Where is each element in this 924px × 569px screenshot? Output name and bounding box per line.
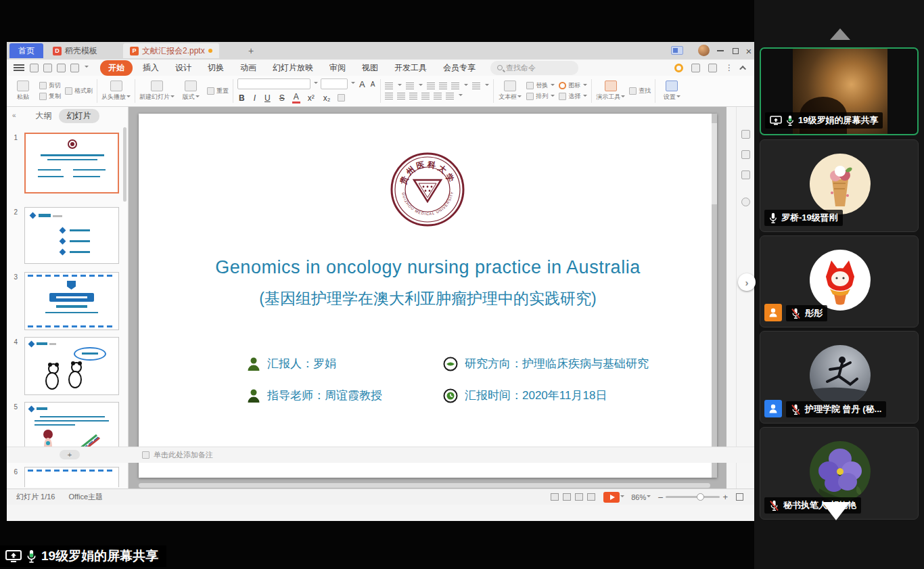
participant-tile-2[interactable]: 罗桥-19级晋刚 bbox=[760, 139, 919, 232]
font-family-input[interactable] bbox=[237, 78, 310, 89]
sorter-view-icon[interactable] bbox=[575, 493, 583, 501]
horizontal-scrollbar[interactable] bbox=[139, 483, 710, 488]
menu-tab-developer[interactable]: 开发工具 bbox=[388, 61, 433, 75]
properties-icon[interactable] bbox=[741, 130, 750, 139]
redo-icon[interactable] bbox=[70, 64, 79, 72]
animation-pane-icon[interactable] bbox=[741, 150, 750, 159]
slide-thumbnail-2[interactable] bbox=[24, 207, 119, 264]
line-spacing-icon[interactable] bbox=[451, 83, 459, 89]
scroll-up-icon[interactable] bbox=[830, 28, 850, 40]
underline-button[interactable]: U bbox=[263, 93, 272, 103]
format-painter-button[interactable]: 格式刷 bbox=[65, 87, 93, 95]
zoom-slider-handle[interactable] bbox=[697, 493, 704, 501]
main-menu-icon[interactable] bbox=[14, 64, 24, 71]
zoom-slider[interactable] bbox=[666, 496, 720, 498]
zoom-caret-icon[interactable] bbox=[647, 495, 651, 499]
collapse-panel-icon[interactable]: « bbox=[12, 112, 19, 118]
slideshow-play-button[interactable] bbox=[603, 492, 620, 503]
selection-pane-icon[interactable] bbox=[741, 170, 750, 179]
slide-thumbnail-3[interactable] bbox=[24, 272, 119, 330]
new-tab-button[interactable]: + bbox=[245, 45, 257, 57]
reading-view-icon[interactable] bbox=[587, 493, 595, 501]
paste-button[interactable]: 粘贴 bbox=[11, 81, 35, 101]
participant-tile-4[interactable]: 护理学院 曾丹 (秘... bbox=[760, 331, 919, 424]
menu-tab-slideshow[interactable]: 幻灯片放映 bbox=[267, 61, 319, 75]
panel-scrollbar[interactable] bbox=[123, 127, 126, 202]
find-button[interactable]: 查找 bbox=[629, 87, 651, 95]
zoom-out-button[interactable]: − bbox=[657, 492, 663, 503]
strike-button[interactable]: S bbox=[278, 93, 286, 103]
align-center-icon[interactable] bbox=[397, 93, 405, 99]
quickbar-caret-icon[interactable] bbox=[85, 66, 89, 70]
tab-outline[interactable]: 大纲 bbox=[36, 110, 52, 122]
tab-slides[interactable]: 幻灯片 bbox=[59, 109, 99, 123]
play-options-caret-icon[interactable] bbox=[620, 495, 624, 499]
bullets-icon[interactable] bbox=[385, 83, 393, 89]
layout-switch-icon[interactable] bbox=[671, 46, 683, 55]
arrange-button[interactable]: 排列 bbox=[526, 92, 555, 101]
settings-button[interactable]: 设置 bbox=[660, 81, 684, 101]
account-avatar[interactable] bbox=[698, 45, 710, 56]
more-menu-icon[interactable]: ⋮ bbox=[725, 63, 733, 72]
menu-tab-animation[interactable]: 动画 bbox=[234, 61, 262, 75]
align-left-icon[interactable] bbox=[385, 93, 393, 99]
print-icon[interactable] bbox=[43, 64, 52, 72]
align-right-icon[interactable] bbox=[409, 93, 417, 99]
distribute-icon[interactable] bbox=[434, 93, 442, 99]
slide-thumbnail-4[interactable] bbox=[24, 337, 119, 395]
menu-tab-member[interactable]: 会员专享 bbox=[437, 61, 482, 75]
textbox-button[interactable]: 文本框 bbox=[498, 81, 522, 101]
columns-icon[interactable] bbox=[446, 93, 454, 99]
add-slide-button[interactable]: + bbox=[60, 450, 80, 459]
subscript-button[interactable]: x₂ bbox=[322, 93, 332, 103]
fullscreen-icon[interactable] bbox=[736, 493, 743, 501]
cut-button[interactable]: 剪切 bbox=[39, 81, 61, 90]
participant-tile-3[interactable]: 彤彤 bbox=[760, 235, 919, 327]
save-icon[interactable] bbox=[30, 64, 39, 72]
menu-tab-transition[interactable]: 切换 bbox=[202, 61, 230, 75]
share-doc-icon[interactable] bbox=[691, 64, 700, 72]
collapse-ribbon-icon[interactable] bbox=[739, 65, 746, 72]
italic-button[interactable]: I bbox=[252, 93, 257, 103]
menu-tab-design[interactable]: 设计 bbox=[169, 61, 198, 75]
present-tools-button[interactable]: 演示工具 bbox=[596, 81, 625, 101]
justify-icon[interactable] bbox=[421, 93, 430, 99]
participant-tile-1[interactable]: 19级罗娟的屏幕共享 bbox=[760, 47, 919, 135]
outline-view-icon[interactable] bbox=[563, 493, 571, 501]
play-from-start-button[interactable]: 从头播放 bbox=[101, 81, 131, 101]
vertical-scrollbar[interactable] bbox=[712, 114, 717, 478]
outdent-icon[interactable] bbox=[427, 83, 435, 89]
current-slide[interactable]: 贵州医科大学 GUIZHOU MEDICAL UNIVERSITY Genomi… bbox=[139, 114, 717, 478]
numbering-icon[interactable] bbox=[406, 83, 414, 89]
tab-home[interactable]: 首页 bbox=[9, 43, 43, 58]
normal-view-icon[interactable] bbox=[551, 493, 559, 501]
tab-template[interactable]: D 稻壳模板 bbox=[46, 43, 104, 58]
shrink-font-button[interactable]: A bbox=[369, 81, 377, 88]
notes-bar[interactable]: 单击此处添加备注 bbox=[142, 450, 213, 460]
scroll-down-icon[interactable] bbox=[822, 502, 850, 520]
zoom-level[interactable]: 86% bbox=[631, 493, 646, 501]
indent-icon[interactable] bbox=[439, 83, 447, 89]
command-search[interactable]: 查找命令 bbox=[490, 61, 578, 75]
tab-document[interactable]: P 文献汇报会2.pptx bbox=[123, 43, 219, 58]
member-center-icon[interactable] bbox=[674, 64, 683, 72]
bold-button[interactable]: B bbox=[237, 93, 246, 103]
replace-button[interactable]: 替换 bbox=[526, 81, 555, 90]
text-direction-icon[interactable] bbox=[472, 83, 480, 89]
zoom-in-button[interactable]: + bbox=[722, 492, 728, 502]
sidebar-collapse-handle[interactable]: › bbox=[738, 273, 756, 291]
font-color-button[interactable]: A bbox=[292, 92, 300, 104]
slide-thumbnail-1[interactable] bbox=[24, 133, 119, 194]
slide-thumbnail-6[interactable] bbox=[24, 467, 119, 487]
menu-tab-home[interactable]: 开始 bbox=[100, 60, 133, 76]
copy-button[interactable]: 复制 bbox=[39, 92, 61, 101]
reset-button[interactable]: 重置 bbox=[207, 87, 229, 95]
slide-layout-button[interactable]: 版式 bbox=[179, 81, 203, 101]
menu-tab-insert[interactable]: 插入 bbox=[137, 61, 165, 75]
grow-font-button[interactable]: A bbox=[358, 79, 367, 89]
menu-tab-view[interactable]: 视图 bbox=[356, 61, 384, 75]
new-slide-button[interactable]: 新建幻灯片 bbox=[139, 81, 175, 101]
highlight-icon[interactable] bbox=[338, 94, 345, 101]
collaborate-icon[interactable] bbox=[708, 64, 717, 72]
menu-tab-review[interactable]: 审阅 bbox=[323, 61, 352, 75]
